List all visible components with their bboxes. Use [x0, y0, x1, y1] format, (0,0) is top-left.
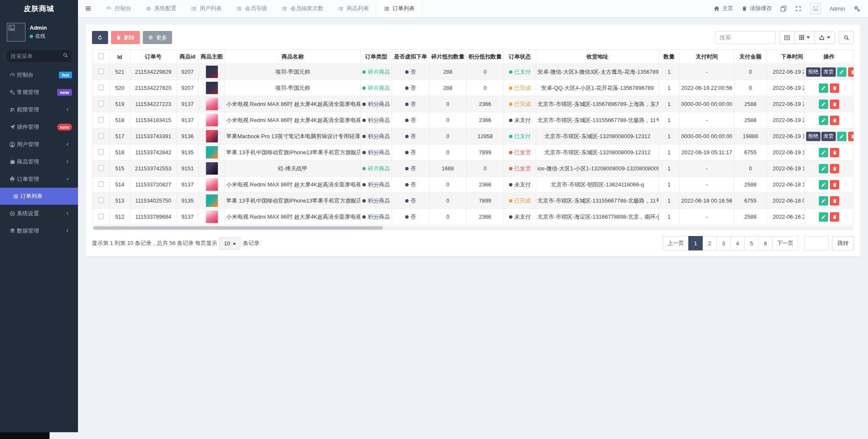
- page-button-3[interactable]: 3: [716, 236, 731, 250]
- select-all-checkbox[interactable]: [98, 53, 104, 59]
- sidebar-item-1[interactable]: 常规管理new: [0, 83, 78, 101]
- product-thumbnail[interactable]: [206, 178, 218, 191]
- column-header-积分抵扣数量[interactable]: 积分抵扣数量: [467, 50, 504, 64]
- row-checkbox[interactable]: [98, 165, 104, 171]
- column-header-支付金额[interactable]: 支付金额: [734, 50, 767, 64]
- column-header-收货地址[interactable]: 收货地址: [536, 50, 659, 64]
- sidebar-item-6[interactable]: 订单管理: [0, 170, 78, 188]
- row-checkbox[interactable]: [98, 149, 104, 155]
- edit-button[interactable]: [819, 180, 828, 189]
- home-link[interactable]: 主页: [714, 5, 733, 12]
- column-header-商品主图[interactable]: 商品主图: [199, 50, 225, 64]
- page-size-dropdown[interactable]: 10: [220, 237, 240, 250]
- tab-会员抽奖次数[interactable]: 会员抽奖次数: [274, 0, 331, 17]
- jump-page-input[interactable]: [804, 236, 829, 250]
- delete-row-button[interactable]: [848, 132, 854, 141]
- delete-row-button[interactable]: [830, 180, 839, 189]
- scrollbar-thumb[interactable]: [93, 226, 383, 230]
- tab-订单列表[interactable]: 订单列表: [376, 0, 422, 17]
- edit-button[interactable]: [819, 100, 828, 109]
- delete-row-button[interactable]: [830, 148, 839, 157]
- next-page-button[interactable]: 下一页: [772, 236, 798, 250]
- topbar-avatar[interactable]: [810, 3, 821, 14]
- edit-button[interactable]: [837, 132, 846, 141]
- row-checkbox[interactable]: [98, 101, 104, 106]
- more-button[interactable]: 更多: [143, 31, 172, 44]
- tab-系统配置[interactable]: 系统配置: [139, 0, 184, 17]
- product-thumbnail[interactable]: [206, 65, 218, 78]
- prev-page-button[interactable]: 上一页: [663, 236, 689, 250]
- detail-view-button[interactable]: [779, 31, 795, 44]
- column-header-支付时间[interactable]: 支付时间: [679, 50, 734, 64]
- tab-控制台[interactable]: 控制台: [98, 0, 139, 17]
- ship-button[interactable]: 发货: [821, 67, 836, 77]
- delete-row-button[interactable]: [830, 83, 839, 93]
- sidebar-item-8[interactable]: 数据管理: [0, 222, 78, 239]
- menu-toggle-icon[interactable]: [78, 0, 98, 17]
- column-header-碎片抵扣数量[interactable]: 碎片抵扣数量: [429, 50, 467, 64]
- column-header-checkbox[interactable]: [92, 50, 110, 64]
- delete-row-button[interactable]: [830, 212, 839, 222]
- page-button-5[interactable]: 5: [744, 236, 759, 250]
- product-thumbnail[interactable]: [206, 146, 218, 159]
- column-header-订单类型[interactable]: 订单类型: [361, 50, 392, 64]
- page-button-4[interactable]: 4: [730, 236, 745, 250]
- page-button-1[interactable]: 1: [688, 236, 703, 250]
- sidebar-item-0[interactable]: 控制台hot: [0, 66, 78, 83]
- jump-button[interactable]: 跳转: [832, 236, 854, 250]
- copy-icon[interactable]: [780, 6, 787, 12]
- sidebar-item-4[interactable]: 用户管理: [0, 136, 78, 153]
- reject-button[interactable]: 拒绝: [806, 67, 821, 77]
- edit-button[interactable]: [819, 83, 828, 93]
- sidebar-subitem-订单列表[interactable]: 订单列表: [0, 188, 78, 205]
- page-button-6[interactable]: 6: [758, 236, 773, 250]
- row-checkbox[interactable]: [98, 197, 104, 203]
- sidebar-item-5[interactable]: 商品管理: [0, 153, 78, 170]
- delete-button[interactable]: 删除: [111, 31, 140, 44]
- product-thumbnail[interactable]: [206, 130, 218, 143]
- column-header-Id[interactable]: Id: [110, 50, 130, 64]
- ship-button[interactable]: 发货: [821, 132, 836, 141]
- sidebar-footer-strip[interactable]: [0, 432, 50, 439]
- tab-商品列表[interactable]: 商品列表: [331, 0, 376, 17]
- product-thumbnail[interactable]: [206, 114, 218, 127]
- horizontal-scrollbar[interactable]: [92, 226, 854, 230]
- column-header-订单状态[interactable]: 订单状态: [504, 50, 536, 64]
- delete-row-button[interactable]: [830, 164, 839, 173]
- page-button-2[interactable]: 2: [702, 236, 717, 250]
- delete-row-button[interactable]: [848, 67, 854, 77]
- row-checkbox[interactable]: [98, 85, 104, 90]
- product-thumbnail[interactable]: [206, 162, 218, 175]
- tab-会员等级[interactable]: 会员等级: [229, 0, 274, 17]
- column-header-商品名称[interactable]: 商品名称: [225, 50, 361, 64]
- row-checkbox[interactable]: [98, 214, 104, 219]
- row-checkbox[interactable]: [98, 181, 104, 187]
- row-checkbox[interactable]: [98, 133, 104, 139]
- row-checkbox[interactable]: [98, 69, 104, 74]
- sidebar-search-input[interactable]: [6, 49, 72, 63]
- sidebar-item-2[interactable]: 权限管理: [0, 101, 78, 118]
- row-checkbox[interactable]: [98, 117, 104, 122]
- edit-button[interactable]: [819, 148, 828, 157]
- delete-row-button[interactable]: [830, 116, 839, 125]
- topbar-username[interactable]: Admin: [829, 6, 845, 12]
- search-icon[interactable]: [63, 53, 68, 58]
- refresh-button[interactable]: [92, 31, 108, 44]
- column-header-商品id[interactable]: 商品id: [177, 50, 199, 64]
- export-button[interactable]: [815, 31, 835, 44]
- edit-button[interactable]: [837, 67, 846, 77]
- edit-button[interactable]: [819, 116, 828, 125]
- product-thumbnail[interactable]: [206, 210, 218, 223]
- column-header-数量[interactable]: 数量: [659, 50, 679, 64]
- settings-gears-icon[interactable]: [854, 6, 860, 12]
- product-thumbnail[interactable]: [206, 194, 218, 207]
- product-thumbnail[interactable]: [206, 97, 218, 111]
- edit-button[interactable]: [819, 196, 828, 206]
- edit-button[interactable]: [819, 164, 828, 173]
- table-search-input[interactable]: [715, 31, 776, 44]
- column-header-订单号[interactable]: 订单号: [130, 50, 177, 64]
- delete-row-button[interactable]: [830, 196, 839, 206]
- columns-button[interactable]: [795, 31, 815, 44]
- search-toggle-button[interactable]: [839, 31, 854, 44]
- sidebar-item-7[interactable]: 系统设置: [0, 205, 78, 222]
